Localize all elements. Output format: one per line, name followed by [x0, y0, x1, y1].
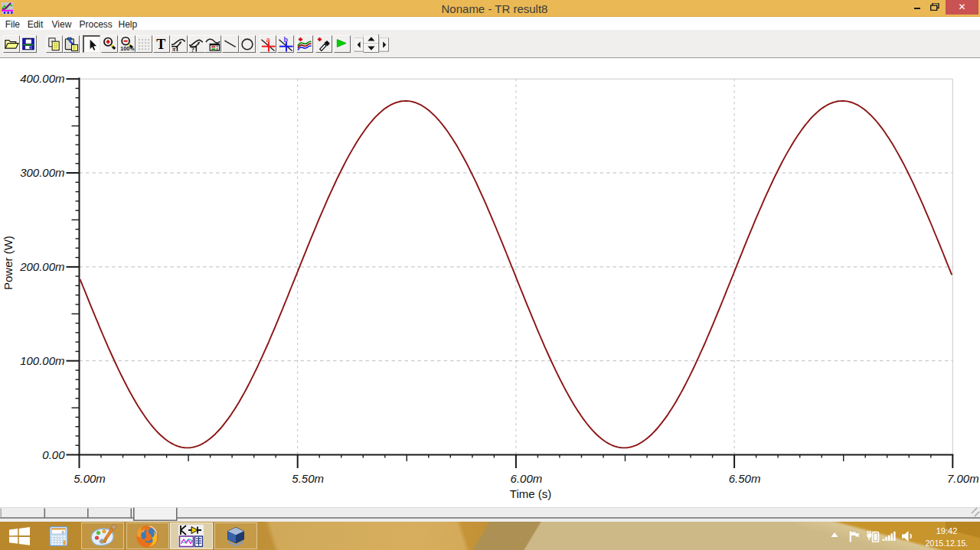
svg-text:5.00m: 5.00m: [74, 472, 106, 485]
svg-text:100%: 100%: [120, 46, 135, 52]
svg-text:6.50m: 6.50m: [729, 472, 761, 485]
svg-text:Power (W): Power (W): [2, 236, 15, 290]
svg-text:300.00m: 300.00m: [20, 166, 64, 179]
svg-text:200.00m: 200.00m: [19, 260, 64, 273]
svg-text:0.00: 0.00: [42, 448, 65, 461]
svg-text:x: x: [216, 47, 218, 51]
svg-text:400.00m: 400.00m: [20, 72, 64, 85]
svg-text:Time (s): Time (s): [510, 487, 551, 500]
svg-text:T: T: [156, 37, 165, 52]
svg-text:100.00m: 100.00m: [20, 354, 64, 367]
svg-text:b: b: [284, 36, 289, 44]
svg-text:a: a: [266, 36, 270, 44]
svg-text:6.00m: 6.00m: [511, 472, 543, 485]
svg-text:?: ?: [191, 47, 194, 53]
svg-text:7.00m: 7.00m: [947, 472, 979, 485]
svg-text:5.50m: 5.50m: [292, 472, 324, 485]
